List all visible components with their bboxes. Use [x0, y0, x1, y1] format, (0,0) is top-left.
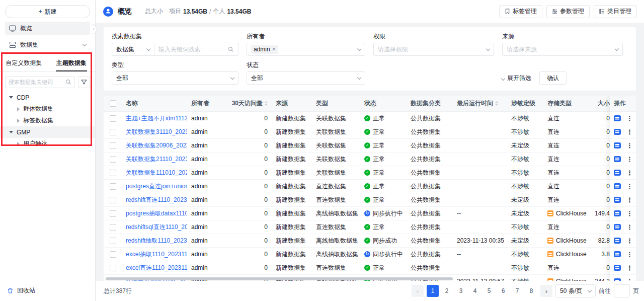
next-page-button[interactable]: › — [540, 285, 552, 297]
page-number[interactable]: 7 — [511, 285, 523, 297]
tree-item[interactable]: 用户触达 — [0, 138, 95, 149]
comment-icon[interactable] — [614, 142, 621, 148]
sort-icon[interactable] — [265, 101, 268, 106]
tree-item[interactable]: CDP — [0, 92, 95, 103]
comment-icon[interactable] — [614, 129, 621, 135]
cell-name[interactable]: excel抽取1110_20231110... — [122, 250, 187, 259]
page-number[interactable]: 4 — [469, 285, 481, 297]
category-management-button[interactable]: 类目管理 — [594, 5, 637, 18]
page-number[interactable]: 8 — [525, 285, 537, 297]
row-checkbox[interactable] — [110, 265, 116, 271]
caret-down-icon[interactable] — [9, 131, 13, 133]
comment-icon[interactable] — [614, 115, 621, 121]
remove-owner-icon[interactable]: × — [272, 46, 276, 53]
page-number[interactable]: 3 — [455, 285, 467, 297]
cell-name[interactable]: 关联数据集21110_202311... — [122, 155, 187, 164]
more-actions-icon[interactable]: ⋮ — [626, 237, 633, 245]
cell-name[interactable]: 关联数据集20906_202311... — [122, 141, 187, 150]
new-button[interactable]: + 新建 — [5, 5, 90, 18]
cell-name[interactable]: 关联数据集111010_20231... — [122, 169, 187, 177]
permission-select[interactable]: 请选择权限 — [373, 43, 494, 56]
row-checkbox[interactable] — [110, 197, 116, 203]
more-actions-icon[interactable]: ⋮ — [626, 115, 633, 122]
sidebar-item-dataset[interactable]: 数据集 — [5, 38, 90, 51]
type-select[interactable]: 全部 — [112, 71, 238, 85]
cell-sensitivity: 未定级 — [507, 196, 543, 204]
sort-icon[interactable] — [495, 101, 498, 106]
goto-page-input[interactable] — [614, 284, 630, 297]
dataset-search-input[interactable]: 搜索数据集关键词 — [5, 76, 75, 88]
sidebar-tab[interactable]: 自定义数据集 — [0, 55, 48, 71]
comment-icon[interactable] — [614, 238, 621, 244]
row-checkbox[interactable] — [110, 129, 116, 135]
comment-icon[interactable] — [614, 278, 621, 281]
caret-right-icon[interactable] — [17, 107, 20, 111]
prev-page-button[interactable]: ‹ — [412, 285, 424, 297]
comment-icon[interactable] — [614, 251, 621, 257]
comment-icon[interactable] — [614, 183, 621, 189]
row-checkbox[interactable] — [110, 238, 116, 244]
more-actions-icon[interactable]: ⋮ — [626, 196, 633, 204]
row-checkbox[interactable] — [110, 251, 116, 258]
comment-icon[interactable] — [614, 224, 621, 230]
row-checkbox[interactable] — [110, 156, 116, 163]
page-number[interactable]: 5 — [483, 285, 495, 297]
comment-icon[interactable] — [614, 265, 621, 271]
col-lastrun[interactable]: 最后运行时间 — [453, 99, 507, 108]
caret-down-icon[interactable] — [9, 96, 13, 99]
more-actions-icon[interactable]: ⋮ — [626, 264, 633, 272]
parameter-management-button[interactable]: 参数管理 — [546, 5, 590, 18]
recycle-bin-item[interactable]: 回收站 — [7, 286, 35, 295]
tag-management-button[interactable]: 标签管理 — [499, 5, 542, 18]
cell-name[interactable]: redshift直连1110_202311... — [122, 196, 187, 204]
tree-item[interactable]: GMP — [0, 126, 95, 138]
comment-icon[interactable] — [614, 170, 621, 176]
tree-item[interactable]: 群体数据集 — [0, 103, 95, 115]
keyword-search-input[interactable]: 输入关键词搜索 — [154, 43, 238, 55]
cell-name[interactable]: postgres抽取datax1110_2... — [122, 209, 187, 218]
row-checkbox[interactable] — [110, 183, 116, 190]
comment-icon[interactable] — [614, 210, 621, 216]
sidebar-item-overview[interactable]: 概览 — [5, 22, 90, 35]
more-actions-icon[interactable]: ⋮ — [626, 142, 633, 149]
sidebar-tab[interactable]: 主题数据集 — [48, 55, 96, 71]
tree-filter-button[interactable] — [78, 76, 90, 88]
more-actions-icon[interactable]: ⋮ — [626, 156, 633, 163]
page-size-select[interactable]: 50 条/页 — [555, 284, 596, 297]
more-actions-icon[interactable]: ⋮ — [626, 169, 633, 177]
page-number[interactable]: 6 — [497, 285, 509, 297]
cell-name[interactable]: excel直连1110_20231110... — [122, 264, 187, 272]
row-checkbox[interactable] — [110, 224, 116, 231]
cell-name[interactable]: 关联数据集31110_202311... — [122, 128, 187, 136]
row-checkbox[interactable] — [110, 210, 116, 217]
row-checkbox[interactable] — [110, 170, 116, 176]
select-all-checkbox[interactable] — [110, 100, 116, 107]
tree-item[interactable]: 标签数据集 — [0, 115, 95, 126]
more-actions-icon[interactable]: ⋮ — [626, 278, 633, 281]
cell-name[interactable]: redshift抽取1110_202311... — [122, 237, 187, 245]
caret-right-icon[interactable] — [17, 119, 20, 123]
col-visits[interactable]: 30天访问量 — [227, 99, 272, 108]
more-actions-icon[interactable]: ⋮ — [626, 128, 633, 136]
status-select[interactable]: 全部 — [247, 71, 365, 85]
search-type-select[interactable]: 数据集 — [112, 43, 154, 55]
more-actions-icon[interactable]: ⋮ — [626, 183, 633, 190]
expand-filters-link[interactable]: 展开筛选 — [502, 74, 531, 83]
comment-icon[interactable] — [614, 197, 621, 203]
owner-select[interactable]: admin × — [247, 43, 365, 56]
page-number[interactable]: 2 — [441, 285, 453, 297]
page-number[interactable]: 1 — [427, 285, 439, 297]
cell-name[interactable]: redshiftsql直连1110_2023... — [122, 223, 187, 232]
more-actions-icon[interactable]: ⋮ — [626, 251, 633, 258]
row-checkbox[interactable] — [110, 115, 116, 122]
confirm-button[interactable]: 确认 — [539, 71, 567, 85]
row-checkbox[interactable] — [110, 142, 116, 149]
more-actions-icon[interactable]: ⋮ — [626, 210, 633, 217]
caret-right-icon[interactable] — [17, 142, 20, 146]
more-actions-icon[interactable]: ⋮ — [626, 223, 633, 231]
cell-name[interactable]: 主题+主题不开idm1113 — [122, 114, 187, 123]
comment-icon[interactable] — [614, 156, 621, 162]
horizontal-scrollbar[interactable] — [106, 277, 453, 280]
source-select[interactable]: 请选择来源 — [502, 43, 623, 56]
cell-name[interactable]: postgres直连join+union11... — [122, 182, 187, 191]
